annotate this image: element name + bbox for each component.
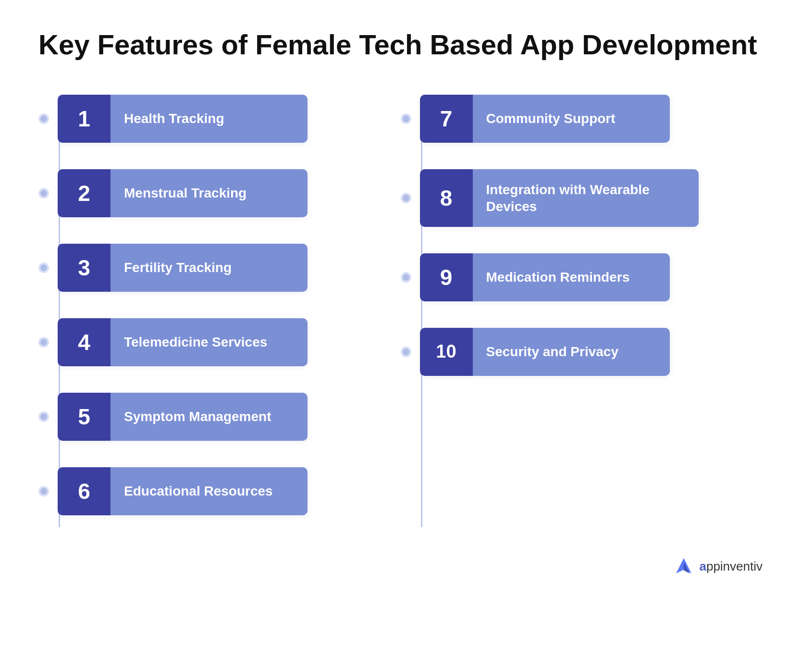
logo-text: appinventiv [699, 559, 763, 574]
list-item: 5Symptom Management [38, 393, 401, 441]
list-item: 4Telemedicine Services [38, 318, 401, 366]
feature-label: Community Support [473, 95, 670, 143]
list-item: 9Medication Reminders [401, 253, 763, 301]
feature-card: 10Security and Privacy [420, 328, 670, 376]
feature-number: 3 [58, 244, 111, 292]
feature-label: Fertility Tracking [111, 244, 308, 292]
timeline-dot [38, 262, 49, 273]
feature-number: 5 [58, 393, 111, 441]
feature-label: Health Tracking [111, 95, 308, 143]
feature-label: Telemedicine Services [111, 318, 308, 366]
list-item: 1Health Tracking [38, 95, 401, 143]
feature-number: 2 [58, 169, 111, 217]
logo-area: appinventiv [38, 556, 763, 577]
list-item: 2Menstrual Tracking [38, 169, 401, 217]
feature-card: 9Medication Reminders [420, 253, 670, 301]
timeline-dot [38, 411, 49, 422]
feature-card: 6Educational Resources [58, 467, 308, 515]
timeline-dot [38, 188, 49, 199]
appinventiv-logo-icon [673, 556, 694, 577]
feature-number: 6 [58, 467, 111, 515]
feature-card: 2Menstrual Tracking [58, 169, 308, 217]
feature-number: 9 [420, 253, 473, 301]
feature-number: 7 [420, 95, 473, 143]
feature-number: 8 [420, 169, 473, 227]
feature-card: 8Integration with Wearable Devices [420, 169, 699, 227]
timeline-dot [401, 113, 411, 124]
timeline-dot [38, 486, 49, 497]
right-column: 7Community Support8Integration with Wear… [401, 95, 763, 542]
timeline-dot [401, 193, 411, 203]
list-item: 10Security and Privacy [401, 328, 763, 376]
feature-card: 5Symptom Management [58, 393, 308, 441]
feature-label: Integration with Wearable Devices [473, 169, 699, 227]
feature-number: 10 [420, 328, 473, 376]
list-item: 6Educational Resources [38, 467, 401, 515]
left-column: 1Health Tracking2Menstrual Tracking3Fert… [38, 95, 401, 542]
feature-label: Educational Resources [111, 467, 308, 515]
feature-card: 4Telemedicine Services [58, 318, 308, 366]
feature-card: 1Health Tracking [58, 95, 308, 143]
feature-card: 3Fertility Tracking [58, 244, 308, 292]
feature-card: 7Community Support [420, 95, 670, 143]
feature-label: Menstrual Tracking [111, 169, 308, 217]
timeline-dot [38, 337, 49, 348]
list-item: 3Fertility Tracking [38, 244, 401, 292]
feature-number: 1 [58, 95, 111, 143]
list-item: 8Integration with Wearable Devices [401, 169, 763, 227]
feature-label: Symptom Management [111, 393, 308, 441]
page-title: Key Features of Female Tech Based App De… [38, 29, 763, 61]
feature-label: Security and Privacy [473, 328, 670, 376]
timeline-dot [38, 113, 49, 124]
content-area: 1Health Tracking2Menstrual Tracking3Fert… [38, 95, 763, 542]
timeline-dot [401, 272, 411, 283]
list-item: 7Community Support [401, 95, 763, 143]
feature-label: Medication Reminders [473, 253, 670, 301]
feature-number: 4 [58, 318, 111, 366]
timeline-dot [401, 347, 411, 357]
